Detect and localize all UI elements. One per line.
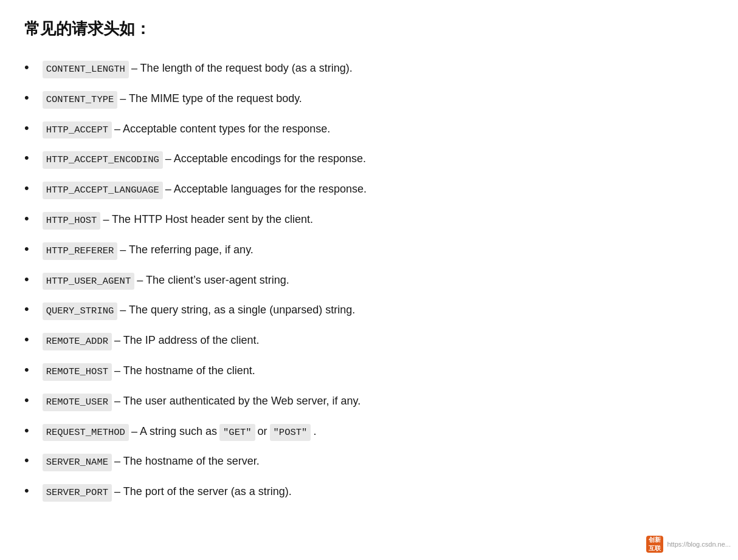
list-item: QUERY_STRING – The query string, as a si…: [24, 298, 714, 320]
item-desc: – The port of the server (as a string).: [114, 483, 292, 500]
list-item: REQUEST_METHOD – A string such as "GET" …: [24, 420, 714, 442]
item-content: REMOTE_HOST – The hostname of the client…: [43, 362, 255, 381]
item-content: HTTP_REFERER – The referring page, if an…: [43, 241, 253, 260]
list-item: SERVER_NAME – The hostname of the server…: [24, 449, 714, 471]
item-code: HTTP_ACCEPT_ENCODING: [43, 151, 163, 169]
item-code: SERVER_NAME: [43, 454, 112, 471]
item-desc: – Acceptable encodings for the response.: [165, 150, 366, 168]
item-content: CONTENT_LENGTH – The length of the reque…: [43, 60, 353, 78]
item-desc: – The MIME type of the request body.: [120, 90, 302, 108]
list-item: REMOTE_ADDR – The IP address of the clie…: [24, 329, 714, 350]
item-desc: – The hostname of the client.: [114, 362, 255, 380]
item-extra-text: or: [258, 423, 267, 440]
list-item: SERVER_PORT – The port of the server (as…: [24, 480, 714, 502]
item-code: HTTP_ACCEPT_LANGUAGE: [43, 182, 163, 199]
list-item: CONTENT_TYPE – The MIME type of the requ…: [24, 87, 714, 109]
item-content: REQUEST_METHOD – A string such as "GET" …: [43, 423, 317, 442]
item-content: HTTP_ACCEPT_ENCODING – Acceptable encodi…: [43, 150, 366, 169]
item-content: QUERY_STRING – The query string, as a si…: [43, 301, 356, 320]
item-extra-code-1: "GET": [219, 424, 255, 442]
list-item: REMOTE_HOST – The hostname of the client…: [24, 359, 714, 381]
item-content: SERVER_PORT – The port of the server (as…: [43, 483, 292, 502]
item-code: CONTENT_TYPE: [43, 91, 118, 109]
item-code: SERVER_PORT: [43, 484, 112, 502]
item-content: REMOTE_USER – The user authenticated by …: [43, 392, 361, 411]
item-desc: – The user authenticated by the Web serv…: [114, 392, 360, 410]
item-extra-code-2: "POST": [270, 424, 311, 442]
list-item: HTTP_ACCEPT_ENCODING – Acceptable encodi…: [24, 147, 714, 169]
list-item: HTTP_REFERER – The referring page, if an…: [24, 238, 714, 260]
list-item: CONTENT_LENGTH – The length of the reque…: [24, 56, 714, 78]
list-item: HTTP_ACCEPT – Acceptable content types f…: [24, 117, 714, 139]
page-title: 常见的请求头如：: [24, 18, 714, 39]
item-code: HTTP_HOST: [43, 212, 101, 230]
watermark-text: https://blog.csdn.ne...: [667, 541, 731, 548]
item-desc: – The length of the request body (as a s…: [131, 60, 353, 77]
watermark: 创新互联 https://blog.csdn.ne...: [646, 536, 731, 553]
item-content: HTTP_ACCEPT – Acceptable content types f…: [43, 120, 331, 139]
item-desc: – Acceptable languages for the response.: [165, 180, 367, 198]
list-item: HTTP_HOST – The HTTP Host header sent by…: [24, 208, 714, 230]
item-desc: – The hostname of the server.: [114, 452, 260, 470]
item-content: SERVER_NAME – The hostname of the server…: [43, 452, 260, 471]
item-desc: – The HTTP Host header sent by the clien…: [103, 211, 313, 228]
item-code: REMOTE_ADDR: [43, 333, 112, 350]
item-desc: – The query string, as a single (unparse…: [120, 301, 355, 319]
item-code: HTTP_USER_AGENT: [43, 273, 135, 290]
item-desc: – The client’s user-agent string.: [137, 271, 289, 289]
item-content: HTTP_USER_AGENT – The client’s user-agen…: [43, 271, 289, 290]
item-desc: – The IP address of the client.: [114, 332, 259, 349]
item-desc: – A string such as: [131, 423, 217, 440]
item-content: HTTP_HOST – The HTTP Host header sent by…: [43, 211, 313, 230]
item-content: CONTENT_TYPE – The MIME type of the requ…: [43, 90, 302, 109]
items-list: CONTENT_LENGTH – The length of the reque…: [24, 56, 714, 502]
list-item: HTTP_USER_AGENT – The client’s user-agen…: [24, 268, 714, 290]
list-item: HTTP_ACCEPT_LANGUAGE – Acceptable langua…: [24, 177, 714, 199]
item-code: REMOTE_HOST: [43, 363, 112, 381]
watermark-logo: 创新互联: [646, 536, 663, 553]
item-desc: – Acceptable content types for the respo…: [114, 120, 330, 138]
list-item: REMOTE_USER – The user authenticated by …: [24, 389, 714, 411]
item-content: REMOTE_ADDR – The IP address of the clie…: [43, 332, 260, 350]
item-code: CONTENT_LENGTH: [43, 61, 129, 78]
item-code: REQUEST_METHOD: [43, 424, 129, 442]
item-desc: – The referring page, if any.: [120, 241, 253, 259]
item-code: REMOTE_USER: [43, 394, 112, 411]
item-content: HTTP_ACCEPT_LANGUAGE – Acceptable langua…: [43, 180, 367, 199]
item-code: HTTP_ACCEPT: [43, 121, 112, 139]
item-code: QUERY_STRING: [43, 302, 118, 320]
item-extra-end: .: [313, 423, 316, 440]
item-code: HTTP_REFERER: [43, 242, 118, 260]
